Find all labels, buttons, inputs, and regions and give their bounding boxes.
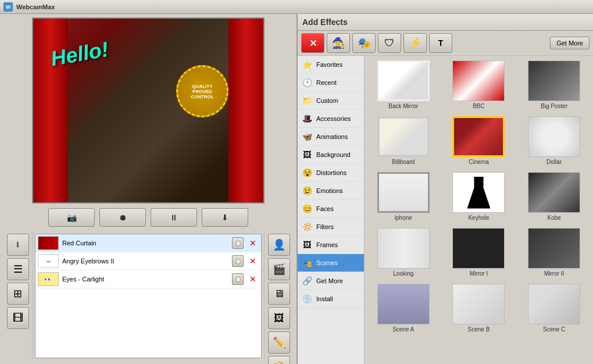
- camera-button[interactable]: 📷: [48, 208, 95, 227]
- category-item-animations[interactable]: 🦋 Animations: [298, 128, 364, 146]
- playlist-copy-button[interactable]: 📋: [232, 273, 244, 285]
- add-effects-title: Add Effects: [302, 17, 348, 27]
- playlist-delete-button[interactable]: ✕: [247, 255, 259, 267]
- monitor-button[interactable]: 🖥: [268, 283, 290, 305]
- playlist-section: Red Curtain 📋 ✕ ～ Angry Eyebrows II 📋 ✕ …: [33, 231, 264, 361]
- effect-item-billboard[interactable]: Billboard: [367, 114, 440, 167]
- category-item-recent[interactable]: 🕐 Recent: [298, 74, 364, 92]
- photo-button[interactable]: 🖼: [268, 307, 290, 329]
- category-icon: 🎩: [301, 113, 313, 124]
- quality-stamp: QUALITYPROVEDCONTROL: [176, 65, 228, 117]
- list-button[interactable]: ☰: [7, 258, 29, 280]
- category-icon: 😊: [301, 203, 313, 215]
- effect-item-cinema[interactable]: Cinema: [442, 114, 516, 167]
- category-item-scenes[interactable]: 🎭 Scenes: [298, 254, 364, 272]
- category-item-frames[interactable]: 🖼 Frames: [298, 236, 364, 254]
- effect-item-iphone[interactable]: iphone: [367, 170, 440, 223]
- avatar-button[interactable]: 👤: [268, 234, 290, 256]
- effect-item-scene-c[interactable]: Scene C: [517, 281, 591, 335]
- category-item-favorites[interactable]: ⭐ Favorites: [298, 56, 364, 74]
- effect-item-dollar[interactable]: Dollar: [517, 114, 591, 167]
- category-item-filters[interactable]: 🔆 Filters: [298, 218, 364, 236]
- effect-item-scene-b[interactable]: Scene B: [442, 281, 516, 335]
- effect-item-mirror-i[interactable]: Mirror I: [442, 226, 516, 279]
- effect-thumb: [452, 284, 505, 324]
- playlist-thumb: 👀: [38, 272, 59, 286]
- download-button[interactable]: ⬇: [202, 208, 248, 227]
- category-label: Recent: [316, 79, 360, 86]
- app-icon: W: [3, 2, 13, 12]
- effect-thumb: [452, 60, 505, 101]
- effect-item-looking[interactable]: Looking: [367, 226, 440, 279]
- effect-item-keyhole[interactable]: Keyhole: [442, 170, 516, 223]
- effect-thumb: [528, 228, 580, 269]
- remove-effect-button[interactable]: ✕: [301, 33, 324, 53]
- playlist-item[interactable]: Red Curtain 📋 ✕: [35, 234, 261, 252]
- playlist-item[interactable]: ～ Angry Eyebrows II 📋 ✕: [35, 252, 261, 270]
- magic-button[interactable]: 🧙: [327, 33, 350, 53]
- add-button[interactable]: 🛡: [378, 33, 401, 53]
- effect-item-mirror-ii[interactable]: Mirror II: [517, 226, 591, 279]
- effects-grid: Back Mirror BBC Big Poster Billboard Cin…: [367, 58, 591, 335]
- effect-name: Scene C: [543, 326, 565, 333]
- category-label: Emotions: [316, 187, 360, 194]
- effect-item-scene-a[interactable]: Scene A: [367, 281, 440, 335]
- effect-thumb: [377, 284, 430, 324]
- playlist-thumb: ～: [38, 254, 59, 268]
- record-button[interactable]: ⏺: [99, 208, 146, 227]
- effect-thumb: [528, 172, 580, 213]
- effect-thumb: [528, 60, 580, 101]
- effect-name: Back Mirror: [388, 103, 418, 109]
- category-label: Custom: [316, 97, 360, 104]
- left-side-toolbar: ℹ ☰ ⊞ 🎞: [3, 231, 33, 361]
- effect-item-big-poster[interactable]: Big Poster: [517, 58, 591, 112]
- category-label: Favorites: [316, 61, 360, 68]
- effect-name: Looking: [393, 270, 413, 277]
- effects-button[interactable]: 🎭: [352, 33, 376, 53]
- category-icon: 🔆: [301, 221, 313, 233]
- category-item-custom[interactable]: 📁 Custom: [298, 92, 364, 110]
- playlist-delete-button[interactable]: ✕: [247, 237, 259, 249]
- category-label: Get More: [316, 277, 360, 284]
- effect-item-kobe[interactable]: Kobe: [517, 170, 591, 223]
- category-item-faces[interactable]: 😊 Faces: [298, 200, 364, 218]
- effect-item-bbc[interactable]: BBC: [442, 58, 516, 112]
- box-button[interactable]: 📦: [268, 356, 290, 364]
- effect-name: Billboard: [392, 159, 415, 165]
- right-panel: Add Effects ✕ 🧙 🎭 🛡 ⚡ T Get More ⭐ Favor…: [296, 14, 593, 364]
- effect-name: Kobe: [547, 215, 560, 221]
- flash-button[interactable]: ⚡: [403, 33, 427, 53]
- curtain-right: [228, 19, 263, 202]
- category-label: Frames: [316, 241, 360, 248]
- pause-button[interactable]: ⏸: [151, 208, 197, 227]
- film-button[interactable]: 🎞: [7, 307, 29, 329]
- effect-thumb: [452, 172, 505, 213]
- get-more-button[interactable]: Get More: [550, 37, 590, 49]
- playlist-delete-button[interactable]: ✕: [247, 273, 259, 285]
- category-list: ⭐ Favorites 🕐 Recent 📁 Custom 🎩 Accessor…: [298, 56, 365, 364]
- category-item-emotions[interactable]: 😢 Emotions: [298, 182, 364, 200]
- category-icon: 😵: [301, 167, 313, 179]
- category-item-install[interactable]: 💿 Install: [298, 290, 364, 308]
- playlist-copy-button[interactable]: 📋: [232, 255, 244, 267]
- effect-name: iphone: [395, 215, 412, 221]
- playlist-copy-button[interactable]: 📋: [232, 237, 244, 249]
- effects-grid-container[interactable]: Back Mirror BBC Big Poster Billboard Cin…: [365, 56, 593, 364]
- grid-button[interactable]: ⊞: [7, 283, 29, 305]
- category-item-background[interactable]: 🖼 Background: [298, 146, 364, 164]
- effect-item-back-mirror[interactable]: Back Mirror: [367, 58, 440, 112]
- category-icon: 🔗: [301, 275, 313, 287]
- text-button[interactable]: T: [429, 33, 452, 53]
- category-icon: 🕐: [301, 77, 313, 88]
- playlist-item[interactable]: 👀 Eyes - Carlight 📋 ✕: [35, 270, 261, 288]
- category-icon: 🦋: [301, 131, 313, 142]
- info-button[interactable]: ℹ: [7, 234, 29, 256]
- clapboard-button[interactable]: 🎬: [268, 258, 290, 280]
- category-label: Filters: [316, 223, 360, 230]
- category-item-distortions[interactable]: 😵 Distortions: [298, 164, 364, 182]
- right-header: Add Effects: [298, 14, 593, 31]
- bottom-area: ℹ ☰ ⊞ 🎞 Red Curtain 📋 ✕ ～ Angry Eyebrows…: [3, 231, 293, 361]
- category-item-get-more[interactable]: 🔗 Get More: [298, 272, 364, 290]
- category-item-accessories[interactable]: 🎩 Accessories: [298, 110, 364, 128]
- pencil-button[interactable]: ✏️: [268, 331, 290, 354]
